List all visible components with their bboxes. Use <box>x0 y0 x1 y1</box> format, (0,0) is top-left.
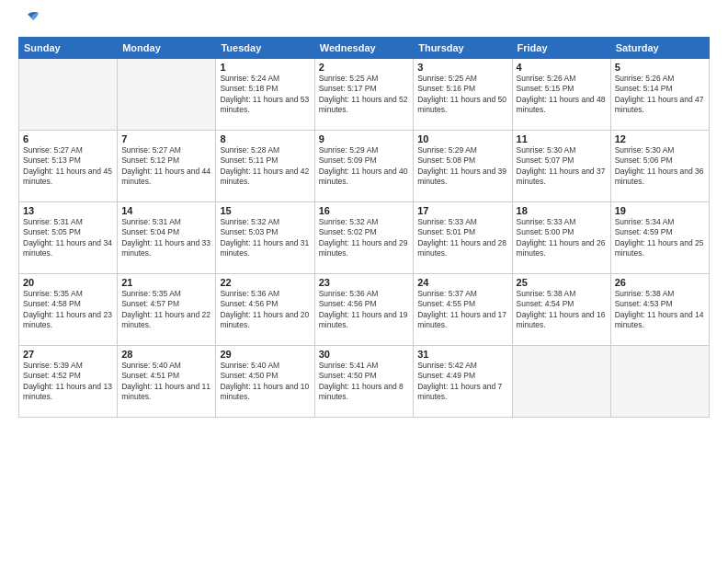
weekday-header-monday: Monday <box>118 38 216 59</box>
day-number: 13 <box>23 205 113 216</box>
day-info: Sunrise: 5:38 AMSunset: 4:53 PMDaylight:… <box>615 289 705 331</box>
day-info: Sunrise: 5:30 AMSunset: 5:06 PMDaylight:… <box>615 145 705 188</box>
day-number: 12 <box>615 133 705 144</box>
calendar-cell: 10Sunrise: 5:29 AMSunset: 5:08 PMDayligh… <box>414 131 512 202</box>
calendar-cell: 6Sunrise: 5:27 AMSunset: 5:13 PMDaylight… <box>19 131 118 202</box>
calendar-cell: 21Sunrise: 5:35 AMSunset: 4:57 PMDayligh… <box>118 274 216 346</box>
week-row-2: 6Sunrise: 5:27 AMSunset: 5:13 PMDaylight… <box>19 131 710 202</box>
calendar-cell: 14Sunrise: 5:31 AMSunset: 5:04 PMDayligh… <box>118 202 216 274</box>
day-info: Sunrise: 5:25 AMSunset: 5:17 PMDaylight:… <box>319 74 410 116</box>
day-info: Sunrise: 5:32 AMSunset: 5:02 PMDaylight:… <box>319 217 410 259</box>
day-info: Sunrise: 5:41 AMSunset: 4:50 PMDaylight:… <box>319 361 410 403</box>
day-number: 17 <box>417 205 507 216</box>
calendar-cell: 24Sunrise: 5:37 AMSunset: 4:55 PMDayligh… <box>414 274 512 346</box>
calendar-cell: 15Sunrise: 5:32 AMSunset: 5:03 PMDayligh… <box>216 202 314 274</box>
calendar-cell: 19Sunrise: 5:34 AMSunset: 4:59 PMDayligh… <box>610 202 709 274</box>
day-number: 5 <box>615 62 705 73</box>
day-number: 3 <box>417 62 507 73</box>
day-info: Sunrise: 5:35 AMSunset: 4:57 PMDaylight:… <box>121 289 211 331</box>
day-number: 14 <box>121 205 211 216</box>
day-number: 15 <box>220 205 310 216</box>
day-number: 27 <box>23 349 113 360</box>
day-number: 7 <box>121 133 211 144</box>
day-number: 2 <box>319 62 410 73</box>
weekday-header-thursday: Thursday <box>414 38 512 59</box>
day-number: 16 <box>319 205 410 216</box>
calendar-cell: 17Sunrise: 5:33 AMSunset: 5:01 PMDayligh… <box>414 202 512 274</box>
day-number: 11 <box>517 133 607 144</box>
calendar-cell <box>118 59 216 131</box>
day-number: 6 <box>23 133 113 144</box>
calendar-cell: 18Sunrise: 5:33 AMSunset: 5:00 PMDayligh… <box>512 202 610 274</box>
day-info: Sunrise: 5:37 AMSunset: 4:55 PMDaylight:… <box>417 289 507 331</box>
logo-bird-icon <box>20 11 40 29</box>
day-number: 24 <box>417 277 507 288</box>
weekday-header-sunday: Sunday <box>19 38 118 59</box>
day-number: 28 <box>121 349 211 360</box>
day-info: Sunrise: 5:30 AMSunset: 5:07 PMDaylight:… <box>517 145 607 188</box>
calendar-cell: 3Sunrise: 5:25 AMSunset: 5:16 PMDaylight… <box>414 59 512 131</box>
weekday-header-wednesday: Wednesday <box>314 38 414 59</box>
calendar-cell: 16Sunrise: 5:32 AMSunset: 5:02 PMDayligh… <box>314 202 414 274</box>
calendar-cell: 26Sunrise: 5:38 AMSunset: 4:53 PMDayligh… <box>610 274 709 346</box>
day-info: Sunrise: 5:26 AMSunset: 5:15 PMDaylight:… <box>517 74 607 116</box>
calendar-cell: 8Sunrise: 5:28 AMSunset: 5:11 PMDaylight… <box>216 131 314 202</box>
day-info: Sunrise: 5:32 AMSunset: 5:03 PMDaylight:… <box>220 217 310 259</box>
day-info: Sunrise: 5:40 AMSunset: 4:50 PMDaylight:… <box>220 361 310 403</box>
logo <box>18 15 40 29</box>
calendar-cell: 27Sunrise: 5:39 AMSunset: 4:52 PMDayligh… <box>19 346 118 418</box>
calendar-cell <box>19 59 118 131</box>
week-row-5: 27Sunrise: 5:39 AMSunset: 4:52 PMDayligh… <box>19 346 710 418</box>
calendar-cell: 12Sunrise: 5:30 AMSunset: 5:06 PMDayligh… <box>610 131 709 202</box>
calendar-table: SundayMondayTuesdayWednesdayThursdayFrid… <box>18 37 710 418</box>
calendar-cell <box>610 346 709 418</box>
calendar-cell: 30Sunrise: 5:41 AMSunset: 4:50 PMDayligh… <box>314 346 414 418</box>
weekday-header-friday: Friday <box>512 38 610 59</box>
calendar-cell: 7Sunrise: 5:27 AMSunset: 5:12 PMDaylight… <box>118 131 216 202</box>
day-info: Sunrise: 5:36 AMSunset: 4:56 PMDaylight:… <box>319 289 410 331</box>
day-info: Sunrise: 5:29 AMSunset: 5:09 PMDaylight:… <box>319 145 410 188</box>
day-number: 23 <box>319 277 410 288</box>
day-info: Sunrise: 5:39 AMSunset: 4:52 PMDaylight:… <box>23 361 113 403</box>
day-info: Sunrise: 5:38 AMSunset: 4:54 PMDaylight:… <box>517 289 607 331</box>
day-info: Sunrise: 5:36 AMSunset: 4:56 PMDaylight:… <box>220 289 310 331</box>
day-info: Sunrise: 5:40 AMSunset: 4:51 PMDaylight:… <box>121 361 211 403</box>
day-info: Sunrise: 5:25 AMSunset: 5:16 PMDaylight:… <box>417 74 507 116</box>
day-info: Sunrise: 5:34 AMSunset: 4:59 PMDaylight:… <box>615 217 705 259</box>
calendar-cell: 22Sunrise: 5:36 AMSunset: 4:56 PMDayligh… <box>216 274 314 346</box>
day-info: Sunrise: 5:33 AMSunset: 5:00 PMDaylight:… <box>517 217 607 259</box>
weekday-header-saturday: Saturday <box>610 38 709 59</box>
calendar-cell: 5Sunrise: 5:26 AMSunset: 5:14 PMDaylight… <box>610 59 709 131</box>
week-row-1: 1Sunrise: 5:24 AMSunset: 5:18 PMDaylight… <box>19 59 710 131</box>
day-info: Sunrise: 5:31 AMSunset: 5:04 PMDaylight:… <box>121 217 211 259</box>
calendar-cell <box>512 346 610 418</box>
day-info: Sunrise: 5:26 AMSunset: 5:14 PMDaylight:… <box>615 74 705 116</box>
day-info: Sunrise: 5:28 AMSunset: 5:11 PMDaylight:… <box>220 145 310 188</box>
day-info: Sunrise: 5:33 AMSunset: 5:01 PMDaylight:… <box>417 217 507 259</box>
day-info: Sunrise: 5:29 AMSunset: 5:08 PMDaylight:… <box>417 145 507 188</box>
calendar-cell: 4Sunrise: 5:26 AMSunset: 5:15 PMDaylight… <box>512 59 610 131</box>
weekday-header-row: SundayMondayTuesdayWednesdayThursdayFrid… <box>19 38 710 59</box>
day-number: 29 <box>220 349 310 360</box>
day-number: 26 <box>615 277 705 288</box>
calendar-cell: 25Sunrise: 5:38 AMSunset: 4:54 PMDayligh… <box>512 274 610 346</box>
day-number: 8 <box>220 133 310 144</box>
day-info: Sunrise: 5:24 AMSunset: 5:18 PMDaylight:… <box>220 74 310 116</box>
day-info: Sunrise: 5:42 AMSunset: 4:49 PMDaylight:… <box>417 361 507 403</box>
day-number: 9 <box>319 133 410 144</box>
calendar-cell: 31Sunrise: 5:42 AMSunset: 4:49 PMDayligh… <box>414 346 512 418</box>
day-info: Sunrise: 5:31 AMSunset: 5:05 PMDaylight:… <box>23 217 113 259</box>
weekday-header-tuesday: Tuesday <box>216 38 314 59</box>
day-number: 1 <box>220 62 310 73</box>
day-number: 31 <box>417 349 507 360</box>
day-info: Sunrise: 5:27 AMSunset: 5:12 PMDaylight:… <box>121 145 211 188</box>
calendar-cell: 9Sunrise: 5:29 AMSunset: 5:09 PMDaylight… <box>314 131 414 202</box>
calendar-cell: 2Sunrise: 5:25 AMSunset: 5:17 PMDaylight… <box>314 59 414 131</box>
calendar-cell: 28Sunrise: 5:40 AMSunset: 4:51 PMDayligh… <box>118 346 216 418</box>
header <box>18 15 710 29</box>
day-number: 20 <box>23 277 113 288</box>
page: SundayMondayTuesdayWednesdayThursdayFrid… <box>0 0 728 563</box>
day-info: Sunrise: 5:27 AMSunset: 5:13 PMDaylight:… <box>23 145 113 188</box>
calendar-cell: 1Sunrise: 5:24 AMSunset: 5:18 PMDaylight… <box>216 59 314 131</box>
day-number: 10 <box>417 133 507 144</box>
